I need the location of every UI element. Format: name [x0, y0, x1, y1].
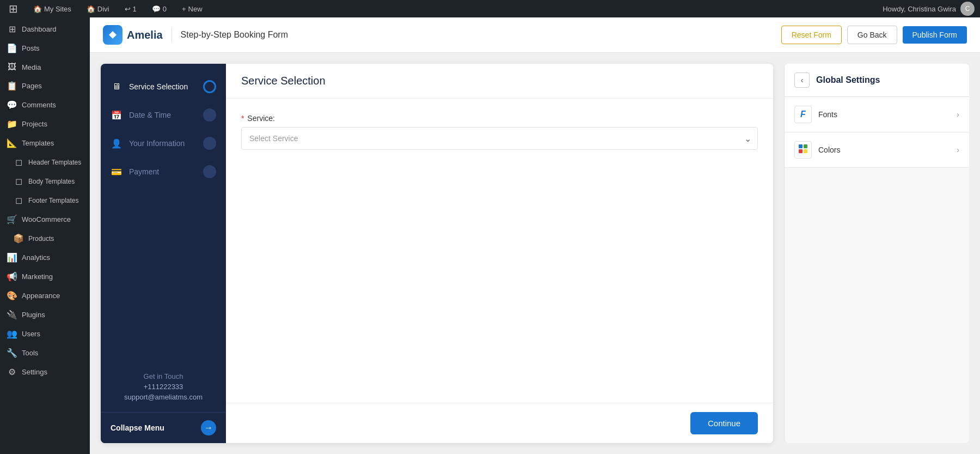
- form-step-payment[interactable]: 💳 Payment: [101, 158, 226, 186]
- footer-templates-label: Footer Templates: [28, 197, 79, 204]
- media-icon: 🖼: [7, 62, 17, 72]
- products-icon: 📦: [13, 233, 24, 244]
- bar-divi[interactable]: 🏠 Divi: [83, 0, 113, 17]
- gs-back-button[interactable]: ‹: [794, 72, 810, 88]
- analytics-icon: 📊: [7, 252, 17, 263]
- fonts-arrow-icon: ›: [957, 110, 959, 119]
- comments-label: Comments: [22, 101, 56, 109]
- wp-logo-item[interactable]: ⊞: [5, 0, 21, 17]
- comments-icon: 💬: [152, 5, 161, 13]
- bar-right: Howdy, Christina Gwira C: [883, 2, 975, 16]
- posts-label: Posts: [22, 44, 40, 52]
- collapse-button[interactable]: →: [201, 420, 216, 435]
- date-time-indicator: [203, 108, 216, 122]
- payment-indicator: [203, 165, 216, 178]
- reset-form-button[interactable]: Reset Form: [781, 26, 842, 44]
- colors-arrow-icon: ›: [957, 146, 959, 154]
- bar-updates[interactable]: ↩ 1: [121, 0, 140, 17]
- sidebar-item-products[interactable]: 📦 Products: [0, 229, 90, 248]
- header-templates-label: Header Templates: [28, 159, 81, 166]
- tools-label: Tools: [22, 349, 38, 357]
- divi-home-icon: 🏠: [87, 5, 95, 13]
- go-back-button[interactable]: Go Back: [847, 26, 897, 44]
- svg-rect-2: [804, 144, 807, 148]
- fonts-icon: F: [794, 106, 812, 123]
- appearance-label: Appearance: [22, 292, 60, 300]
- service-selection-icon: 🖥: [111, 82, 122, 92]
- sidebar-item-pages[interactable]: 📋 Pages: [0, 76, 90, 95]
- sidebar-item-body-templates[interactable]: ◻ Body Templates: [0, 172, 90, 191]
- sidebar-item-media[interactable]: 🖼 Media: [0, 58, 90, 76]
- svg-rect-4: [804, 149, 807, 153]
- sidebar-item-settings[interactable]: ⚙ Settings: [0, 362, 90, 382]
- avatar: C: [960, 2, 975, 16]
- header-templates-icon: ◻: [13, 157, 24, 167]
- colors-icon: [794, 141, 812, 159]
- new-icon: +: [182, 5, 186, 13]
- comments-count: 0: [163, 5, 167, 13]
- divi-label: Divi: [97, 5, 109, 13]
- templates-label: Templates: [22, 139, 54, 147]
- logo-icon: [103, 25, 122, 45]
- form-step-service-selection[interactable]: 🖥 Service Selection: [101, 72, 226, 101]
- gs-back-icon: ‹: [801, 76, 804, 84]
- tools-icon: 🔧: [7, 348, 17, 358]
- colors-label: Colors: [818, 146, 950, 154]
- sidebar-item-tools[interactable]: 🔧 Tools: [0, 343, 90, 362]
- sidebar-item-comments[interactable]: 💬 Comments: [0, 95, 90, 114]
- sidebar-item-appearance[interactable]: 🎨 Appearance: [0, 286, 90, 305]
- colors-icon-label: [798, 144, 808, 156]
- fonts-label: Fonts: [818, 110, 950, 119]
- dashboard-icon: ⊞: [7, 24, 17, 34]
- my-sites-label: My Sites: [44, 5, 71, 13]
- service-select-wrapper: Select Service ⌄: [241, 127, 758, 150]
- content-area: Amelia Step-by-Step Booking Form Reset F…: [90, 17, 980, 454]
- settings-label: Settings: [22, 368, 47, 376]
- header-actions: Reset Form Go Back Publish Form: [781, 26, 967, 44]
- wp-admin-bar: ⊞ 🏠 My Sites 🏠 Divi ↩ 1 💬 0 + New Howdy,…: [0, 0, 980, 17]
- appearance-icon: 🎨: [7, 290, 17, 301]
- bar-my-sites[interactable]: 🏠 My Sites: [30, 0, 75, 17]
- sidebar-item-footer-templates[interactable]: ◻ Footer Templates: [0, 191, 90, 210]
- continue-button[interactable]: Continue: [690, 412, 758, 434]
- service-select[interactable]: Select Service: [241, 127, 758, 150]
- sidebar-item-posts[interactable]: 📄 Posts: [0, 39, 90, 58]
- sidebar-item-users[interactable]: 👥 Users: [0, 324, 90, 343]
- collapse-menu-bar[interactable]: Collapse Menu →: [101, 412, 226, 443]
- date-time-icon: 📅: [111, 110, 122, 120]
- svg-rect-1: [799, 144, 803, 148]
- payment-label: Payment: [129, 167, 159, 176]
- projects-icon: 📁: [7, 119, 17, 129]
- bar-comments[interactable]: 💬 0: [149, 0, 170, 17]
- get-in-touch-label: Get in Touch: [111, 372, 216, 380]
- gs-title: Global Settings: [816, 75, 880, 85]
- sidebar-item-dashboard[interactable]: ⊞ Dashboard: [0, 20, 90, 39]
- publish-form-button[interactable]: Publish Form: [903, 26, 967, 44]
- sidebar-item-templates[interactable]: 📐 Templates: [0, 134, 90, 153]
- gs-item-colors[interactable]: Colors ›: [785, 132, 969, 168]
- media-label: Media: [22, 63, 41, 71]
- gs-item-fonts[interactable]: F Fonts ›: [785, 97, 969, 132]
- footer-templates-icon: ◻: [13, 195, 24, 205]
- woocommerce-label: WooCommerce: [22, 215, 71, 223]
- pages-label: Pages: [22, 82, 42, 90]
- sidebar-item-header-templates[interactable]: ◻ Header Templates: [0, 153, 90, 172]
- fonts-icon-label: F: [800, 110, 806, 119]
- header-divider: [171, 27, 172, 43]
- form-step-date-time[interactable]: 📅 Date & Time: [101, 101, 226, 129]
- plugin-header: Amelia Step-by-Step Booking Form Reset F…: [90, 17, 980, 53]
- form-body: * Service: Select Service ⌄: [226, 99, 773, 403]
- woocommerce-icon: 🛒: [7, 214, 17, 225]
- sidebar-item-analytics[interactable]: 📊 Analytics: [0, 248, 90, 267]
- logo-text: Amelia: [127, 29, 163, 41]
- sidebar-item-woocommerce[interactable]: 🛒 WooCommerce: [0, 210, 90, 229]
- sidebar-item-plugins[interactable]: 🔌 Plugins: [0, 305, 90, 324]
- page-title: Step-by-Step Booking Form: [181, 30, 288, 40]
- bar-new[interactable]: + New: [179, 0, 206, 17]
- payment-icon: 💳: [111, 167, 122, 177]
- required-asterisk: *: [241, 114, 244, 123]
- sidebar-item-projects[interactable]: 📁 Projects: [0, 114, 90, 134]
- svg-point-0: [111, 33, 115, 37]
- form-step-your-information[interactable]: 👤 Your Information: [101, 129, 226, 158]
- sidebar-item-marketing[interactable]: 📢 Marketing: [0, 267, 90, 286]
